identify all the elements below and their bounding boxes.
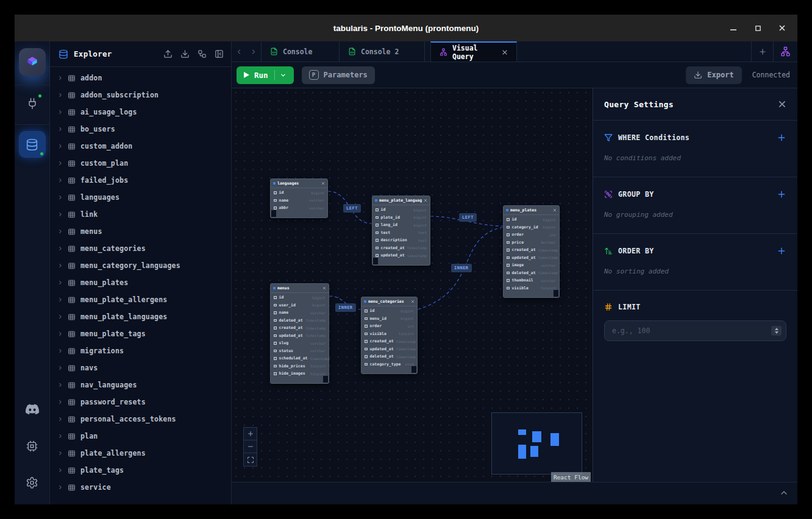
table-list-item[interactable]: ai_usage_logs bbox=[50, 104, 231, 121]
minimap[interactable] bbox=[491, 412, 582, 475]
node-close-button[interactable] bbox=[322, 286, 326, 290]
table-node[interactable]: menu_categories id bigint menu_id bigint… bbox=[361, 297, 418, 374]
table-list-item[interactable]: addon bbox=[50, 69, 231, 86]
field-checkbox[interactable] bbox=[274, 334, 277, 337]
field-checkbox[interactable] bbox=[274, 327, 277, 330]
field-row[interactable]: name varchar bbox=[271, 309, 329, 317]
chevron-right-icon[interactable] bbox=[57, 348, 63, 354]
chevron-right-icon[interactable] bbox=[57, 143, 63, 149]
field-checkbox[interactable] bbox=[274, 342, 277, 345]
chevron-right-icon[interactable] bbox=[57, 416, 63, 422]
table-node-header[interactable]: menu_plates bbox=[504, 206, 559, 215]
chevron-right-icon[interactable] bbox=[57, 280, 63, 286]
field-row[interactable]: slug varchar bbox=[271, 339, 329, 347]
run-options-button[interactable] bbox=[275, 72, 291, 79]
table-list-item[interactable]: nav_languages bbox=[50, 376, 231, 394]
field-checkbox[interactable] bbox=[365, 348, 368, 351]
visual-query-canvas[interactable]: LEFTLEFTINNERINNER languages id bigint n… bbox=[232, 88, 797, 482]
field-row[interactable]: lang_id bigint bbox=[372, 221, 430, 229]
chevron-right-icon[interactable] bbox=[57, 263, 63, 269]
field-row[interactable]: updated_at timestamp bbox=[504, 254, 559, 262]
field-checkbox[interactable] bbox=[507, 272, 510, 275]
chevron-right-icon[interactable] bbox=[57, 228, 63, 235]
limit-input[interactable] bbox=[604, 320, 786, 341]
table-list-item[interactable]: bo_users bbox=[50, 121, 231, 138]
chevron-right-icon[interactable] bbox=[57, 109, 63, 115]
field-row[interactable]: status varchar bbox=[271, 347, 329, 355]
field-row[interactable]: created_at timestamp bbox=[361, 337, 417, 345]
chevron-right-icon[interactable] bbox=[57, 194, 63, 200]
workflow-button[interactable] bbox=[198, 49, 207, 58]
chevron-right-icon[interactable] bbox=[57, 297, 63, 303]
table-list-item[interactable]: navs bbox=[50, 359, 231, 376]
field-row[interactable]: description text bbox=[372, 236, 430, 244]
upload-button[interactable] bbox=[163, 49, 173, 58]
field-checkbox[interactable] bbox=[507, 256, 510, 260]
table-list-item[interactable]: menu_plates bbox=[50, 274, 231, 291]
field-checkbox[interactable] bbox=[274, 199, 277, 202]
field-checkbox[interactable] bbox=[365, 363, 368, 366]
field-row[interactable]: order int bbox=[361, 322, 417, 330]
field-row[interactable]: visible tinyint bbox=[361, 330, 417, 338]
field-row[interactable]: id bigint bbox=[372, 206, 430, 214]
table-node-header[interactable]: menus bbox=[271, 284, 329, 293]
node-resize-handle[interactable] bbox=[373, 258, 378, 264]
tab-nav-forward[interactable] bbox=[246, 41, 261, 62]
table-list-item[interactable]: menu_category_languages bbox=[50, 257, 231, 274]
field-row[interactable]: user_id bigint bbox=[271, 302, 329, 309]
table-node[interactable]: languages id bigint name varchar abbr va… bbox=[270, 178, 328, 218]
field-row[interactable]: category_id bigint bbox=[504, 224, 559, 231]
chevron-right-icon[interactable] bbox=[57, 467, 63, 473]
field-row[interactable]: created_at timestamp bbox=[271, 324, 329, 332]
node-close-button[interactable] bbox=[411, 300, 415, 303]
table-list-item[interactable]: migrations bbox=[50, 342, 231, 359]
field-checkbox[interactable] bbox=[376, 224, 379, 227]
field-row[interactable]: id bigint bbox=[271, 294, 329, 302]
maximize-button[interactable] bbox=[750, 20, 766, 36]
field-checkbox[interactable] bbox=[274, 207, 277, 210]
discord-button[interactable] bbox=[20, 397, 45, 422]
tab-console-2[interactable]: Console 2 bbox=[339, 41, 425, 62]
table-list-item[interactable]: menu_plate_allergens bbox=[50, 291, 231, 308]
field-checkbox[interactable] bbox=[507, 233, 510, 236]
field-row[interactable]: order int bbox=[504, 231, 559, 239]
fit-view-button[interactable] bbox=[244, 453, 257, 466]
table-list-item[interactable]: link bbox=[50, 206, 231, 223]
field-row[interactable]: created_at timestamp bbox=[504, 246, 559, 254]
tab-nav-back[interactable] bbox=[232, 41, 246, 62]
tab-close-button[interactable] bbox=[502, 49, 508, 55]
field-row[interactable]: plate_id bigint bbox=[372, 214, 430, 222]
chevron-right-icon[interactable] bbox=[57, 314, 63, 320]
chevron-right-icon[interactable] bbox=[57, 126, 63, 132]
number-stepper[interactable] bbox=[771, 326, 782, 336]
table-list-item[interactable]: failed_jobs bbox=[50, 172, 231, 189]
tab-console[interactable]: Console bbox=[261, 41, 340, 62]
field-row[interactable]: hide_images tinyint bbox=[271, 370, 329, 378]
download-button[interactable] bbox=[180, 49, 190, 58]
field-row[interactable]: menu_id bigint bbox=[361, 315, 417, 323]
field-row[interactable]: visible tinyint bbox=[504, 284, 559, 292]
chevron-right-icon[interactable] bbox=[57, 484, 63, 490]
field-row[interactable]: abbr varchar bbox=[271, 204, 327, 212]
chevron-right-icon[interactable] bbox=[57, 433, 63, 439]
add-condition-button[interactable] bbox=[777, 133, 786, 143]
table-node[interactable]: menus id bigint user_id bigint name varc… bbox=[270, 283, 329, 384]
node-close-button[interactable] bbox=[424, 199, 427, 202]
chevron-right-icon[interactable] bbox=[57, 245, 63, 252]
field-checkbox[interactable] bbox=[376, 254, 379, 257]
field-row[interactable]: updated_at timestamp bbox=[271, 332, 329, 340]
table-node-header[interactable]: menu_plate_languages bbox=[372, 196, 430, 205]
table-node-header[interactable]: languages bbox=[271, 179, 327, 188]
field-row[interactable]: thumbnail varchar bbox=[504, 277, 559, 284]
field-row[interactable]: price decimal bbox=[504, 239, 559, 247]
table-list-item[interactable]: custom_addon bbox=[50, 138, 231, 155]
parameters-button[interactable]: P Parameters bbox=[302, 66, 375, 84]
field-checkbox[interactable] bbox=[274, 365, 277, 368]
app-logo[interactable] bbox=[19, 48, 46, 76]
field-row[interactable]: deleted_at timestamp bbox=[271, 317, 329, 325]
node-resize-handle[interactable] bbox=[323, 376, 328, 383]
table-list-item[interactable]: menu_categories bbox=[50, 240, 231, 257]
minimize-button[interactable] bbox=[725, 20, 741, 36]
chevron-right-icon[interactable] bbox=[57, 177, 63, 183]
table-list-item[interactable]: menu_plate_tags bbox=[50, 325, 231, 342]
